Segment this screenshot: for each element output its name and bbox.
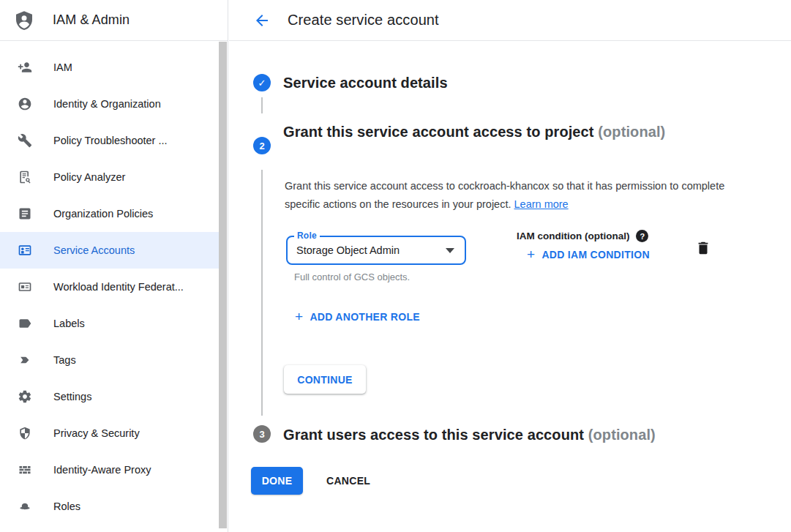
sidebar-nav: IAM Identity & Organization Policy Troub… bbox=[0, 41, 228, 525]
delete-role-button[interactable] bbox=[695, 240, 711, 256]
step3-title: Grant users access to this service accou… bbox=[283, 426, 781, 443]
sidebar-item-label: Roles bbox=[53, 501, 80, 512]
policy-analyzer-icon bbox=[18, 170, 32, 184]
plus-icon: + bbox=[527, 248, 535, 261]
step3-number-badge: 3 bbox=[253, 425, 271, 443]
sidebar: IAM & Admin IAM Identity & Organization … bbox=[0, 0, 228, 532]
stepper-content: ✓ Service account details 2 Grant this s… bbox=[229, 41, 791, 532]
sidebar-item-organization-policies[interactable]: Organization Policies bbox=[0, 195, 219, 232]
product-name: IAM & Admin bbox=[53, 12, 130, 28]
sidebar-item-labels[interactable]: Labels bbox=[0, 305, 219, 342]
sidebar-item-roles[interactable]: Roles bbox=[0, 488, 219, 525]
step3-title-text: Grant users access to this service accou… bbox=[283, 427, 584, 443]
proxy-wall-icon bbox=[18, 462, 32, 477]
iam-condition-label: IAM condition (optional) ? bbox=[517, 230, 648, 242]
document-lines-icon bbox=[18, 206, 32, 221]
sidebar-item-label: Identity & Organization bbox=[53, 98, 161, 110]
dropdown-arrow-icon bbox=[446, 248, 454, 253]
step2-optional-label: (optional) bbox=[598, 124, 665, 140]
step3-optional-label: (optional) bbox=[588, 427, 656, 443]
sidebar-item-label: Privacy & Security bbox=[53, 427, 140, 439]
step1-complete-check-icon: ✓ bbox=[253, 74, 271, 91]
shield-half-icon bbox=[18, 426, 32, 441]
sidebar-item-label: Settings bbox=[53, 391, 91, 402]
sidebar-item-identity-aware-proxy[interactable]: Identity-Aware Proxy bbox=[0, 452, 219, 488]
badge-card-icon bbox=[18, 280, 32, 294]
add-iam-condition-button[interactable]: + ADD IAM CONDITION bbox=[527, 248, 650, 261]
role-selected-value: Storage Object Admin bbox=[296, 244, 400, 256]
gear-icon bbox=[18, 389, 32, 404]
step2-description: Grant this service account access to coc… bbox=[285, 177, 727, 214]
add-iam-condition-label: ADD IAM CONDITION bbox=[541, 249, 649, 261]
help-icon[interactable]: ? bbox=[636, 230, 648, 242]
sidebar-header: IAM & Admin bbox=[0, 0, 228, 41]
step-connector bbox=[261, 170, 263, 416]
sidebar-item-policy-analyzer[interactable]: Policy Analyzer bbox=[0, 159, 219, 195]
sidebar-item-label: Service Accounts bbox=[53, 244, 135, 256]
sidebar-item-label: Tags bbox=[53, 354, 76, 366]
main-panel: Create service account ✓ Service account… bbox=[229, 0, 791, 532]
back-arrow-icon[interactable] bbox=[253, 12, 271, 29]
iam-shield-icon bbox=[13, 10, 35, 31]
iam-condition-label-text: IAM condition (optional) bbox=[517, 231, 629, 241]
sidebar-item-label: Policy Analyzer bbox=[53, 171, 125, 183]
sidebar-item-label: Workload Identity Federat... bbox=[53, 281, 184, 293]
add-another-role-label: ADD ANOTHER ROLE bbox=[310, 311, 420, 323]
step2-description-text: Grant this service account access to coc… bbox=[285, 180, 724, 210]
role-helper-text: Full control of GCS objects. bbox=[294, 271, 410, 282]
sidebar-item-privacy-security[interactable]: Privacy & Security bbox=[0, 415, 219, 452]
sidebar-scrollbar[interactable] bbox=[219, 42, 227, 528]
sidebar-item-label: Identity-Aware Proxy bbox=[53, 464, 151, 476]
page-header: Create service account bbox=[229, 0, 791, 41]
service-account-icon bbox=[18, 243, 32, 258]
step1-title: Service account details bbox=[283, 75, 448, 91]
learn-more-link[interactable]: Learn more bbox=[514, 198, 569, 210]
role-dropdown[interactable]: Role Storage Object Admin bbox=[286, 236, 466, 265]
step2-number-badge: 2 bbox=[253, 137, 271, 154]
sidebar-item-settings[interactable]: Settings bbox=[0, 378, 219, 415]
plus-icon: + bbox=[295, 310, 303, 323]
trash-icon bbox=[695, 240, 711, 256]
cancel-button[interactable]: CANCEL bbox=[316, 467, 380, 495]
sidebar-item-identity-organization[interactable]: Identity & Organization bbox=[0, 86, 219, 122]
person-add-icon bbox=[18, 60, 32, 75]
step2-title-text: Grant this service account access to pro… bbox=[283, 124, 594, 140]
sidebar-item-label: IAM bbox=[53, 61, 72, 73]
sidebar-item-tags[interactable]: Tags bbox=[0, 342, 219, 378]
step2-title: Grant this service account access to pro… bbox=[283, 119, 693, 144]
role-field-label: Role bbox=[294, 231, 320, 241]
sidebar-item-service-accounts[interactable]: Service Accounts bbox=[0, 232, 219, 269]
label-tag-icon bbox=[18, 316, 32, 331]
add-another-role-button[interactable]: + ADD ANOTHER ROLE bbox=[295, 310, 420, 323]
done-button[interactable]: DONE bbox=[251, 467, 303, 495]
sidebar-item-label: Labels bbox=[53, 318, 85, 329]
account-circle-icon bbox=[18, 97, 32, 111]
page-title: Create service account bbox=[288, 12, 439, 29]
sidebar-item-policy-troubleshooter[interactable]: Policy Troubleshooter ... bbox=[0, 122, 219, 159]
wrench-icon bbox=[18, 133, 32, 148]
sidebar-item-iam[interactable]: IAM bbox=[0, 49, 219, 86]
sidebar-item-label: Organization Policies bbox=[53, 208, 153, 220]
continue-button[interactable]: CONTINUE bbox=[284, 365, 366, 394]
hat-icon bbox=[18, 499, 32, 514]
step-connector bbox=[261, 97, 263, 113]
sidebar-item-label: Policy Troubleshooter ... bbox=[53, 135, 168, 146]
sidebar-item-workload-identity-federation[interactable]: Workload Identity Federat... bbox=[0, 269, 219, 305]
tag-arrow-icon bbox=[18, 353, 32, 367]
